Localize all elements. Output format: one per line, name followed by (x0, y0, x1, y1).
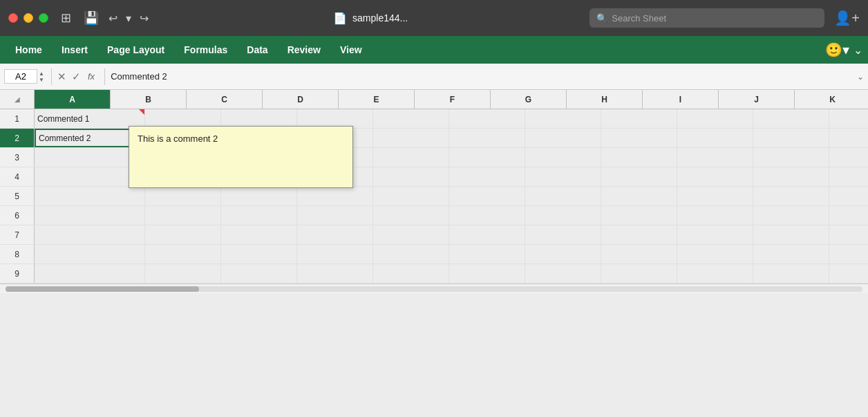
cell-b6[interactable] (145, 206, 221, 225)
row-header-2[interactable]: 2 (0, 129, 35, 147)
cell-ref-arrows[interactable]: ▲▼ (39, 71, 44, 83)
cell-g5[interactable] (525, 187, 601, 205)
cell-f6[interactable] (449, 206, 525, 225)
cancel-formula-button[interactable]: ✕ (57, 71, 66, 83)
cell-e1[interactable] (373, 109, 449, 128)
cell-c9[interactable] (221, 264, 297, 283)
horizontal-scrollbar[interactable] (0, 284, 868, 293)
search-input[interactable] (612, 13, 818, 24)
cell-h3[interactable] (601, 148, 677, 167)
menu-data[interactable]: Data (237, 41, 277, 58)
cell-c1[interactable] (221, 109, 297, 128)
row-header-3[interactable]: 3 (0, 148, 35, 167)
cell-a6[interactable] (35, 206, 145, 225)
row-header-9[interactable]: 9 (0, 264, 35, 283)
menu-page-layout[interactable]: Page Layout (97, 41, 174, 58)
cell-h2[interactable] (601, 129, 677, 147)
menu-insert[interactable]: Insert (52, 41, 97, 58)
cell-g3[interactable] (525, 148, 601, 167)
col-header-f[interactable]: F (415, 90, 491, 109)
cell-j9[interactable] (753, 264, 829, 283)
maximize-button[interactable] (39, 13, 48, 23)
undo-dropdown[interactable]: ▾ (123, 10, 134, 26)
cell-k8[interactable] (829, 245, 868, 263)
confirm-formula-button[interactable]: ✓ (72, 71, 81, 83)
cell-i2[interactable] (677, 129, 753, 147)
cell-h5[interactable] (601, 187, 677, 205)
cell-e9[interactable] (373, 264, 449, 283)
cell-d7[interactable] (297, 225, 373, 244)
cell-e5[interactable] (373, 187, 449, 205)
cell-i7[interactable] (677, 225, 753, 244)
cell-a8[interactable] (35, 245, 145, 263)
col-header-a[interactable]: A (35, 90, 111, 109)
cell-k7[interactable] (829, 225, 868, 244)
cell-g2[interactable] (525, 129, 601, 147)
cell-h7[interactable] (601, 225, 677, 244)
row-header-8[interactable]: 8 (0, 245, 35, 263)
emoji-button[interactable]: 🙂▾ (825, 41, 849, 58)
cell-j1[interactable] (753, 109, 829, 128)
cell-i1[interactable] (677, 109, 753, 128)
col-header-h[interactable]: H (567, 90, 643, 109)
col-header-k[interactable]: K (795, 90, 868, 109)
corner-cell[interactable]: ◢ (0, 90, 35, 109)
cell-j4[interactable] (753, 167, 829, 186)
add-user-icon[interactable]: 👤+ (834, 10, 860, 26)
cell-k6[interactable] (829, 206, 868, 225)
cell-j7[interactable] (753, 225, 829, 244)
cell-e3[interactable] (373, 148, 449, 167)
cell-a5[interactable] (35, 187, 145, 205)
cell-k9[interactable] (829, 264, 868, 283)
row-header-7[interactable]: 7 (0, 225, 35, 244)
cell-j2[interactable] (753, 129, 829, 147)
cell-d6[interactable] (297, 206, 373, 225)
menu-formulas[interactable]: Formulas (174, 41, 237, 58)
cell-g7[interactable] (525, 225, 601, 244)
menu-review[interactable]: Review (278, 41, 330, 58)
cell-f2[interactable] (449, 129, 525, 147)
scrollbar-track[interactable] (6, 286, 862, 292)
cell-c7[interactable] (221, 225, 297, 244)
cell-f9[interactable] (449, 264, 525, 283)
cell-b9[interactable] (145, 264, 221, 283)
cell-i4[interactable] (677, 167, 753, 186)
col-header-c[interactable]: C (187, 90, 263, 109)
cell-c6[interactable] (221, 206, 297, 225)
row-header-5[interactable]: 5 (0, 187, 35, 205)
formula-input[interactable] (111, 71, 854, 82)
cell-c8[interactable] (221, 245, 297, 263)
cell-d1[interactable] (297, 109, 373, 128)
redo-button[interactable]: ↪ (137, 10, 151, 26)
cell-f5[interactable] (449, 187, 525, 205)
cell-a7[interactable] (35, 225, 145, 244)
cell-j3[interactable] (753, 148, 829, 167)
cell-g9[interactable] (525, 264, 601, 283)
cell-e4[interactable] (373, 167, 449, 186)
formula-dropdown-icon[interactable]: ⌄ (857, 72, 864, 82)
cell-f3[interactable] (449, 148, 525, 167)
col-header-j[interactable]: J (719, 90, 795, 109)
cell-i5[interactable] (677, 187, 753, 205)
cell-f7[interactable] (449, 225, 525, 244)
cell-b1[interactable] (145, 109, 221, 128)
cell-j8[interactable] (753, 245, 829, 263)
cell-g1[interactable] (525, 109, 601, 128)
cell-j5[interactable] (753, 187, 829, 205)
row-header-1[interactable]: 1 (0, 109, 35, 128)
cell-g8[interactable] (525, 245, 601, 263)
cell-f8[interactable] (449, 245, 525, 263)
cell-i9[interactable] (677, 264, 753, 283)
cell-d5[interactable] (297, 187, 373, 205)
cell-ref-value[interactable]: A2 (4, 69, 37, 84)
cell-b5[interactable] (145, 187, 221, 205)
cell-b7[interactable] (145, 225, 221, 244)
col-header-e[interactable]: E (339, 90, 415, 109)
cell-h9[interactable] (601, 264, 677, 283)
cell-k3[interactable] (829, 148, 868, 167)
cell-e2[interactable] (373, 129, 449, 147)
cell-h1[interactable] (601, 109, 677, 128)
col-header-d[interactable]: D (263, 90, 339, 109)
cell-b8[interactable] (145, 245, 221, 263)
cell-d9[interactable] (297, 264, 373, 283)
